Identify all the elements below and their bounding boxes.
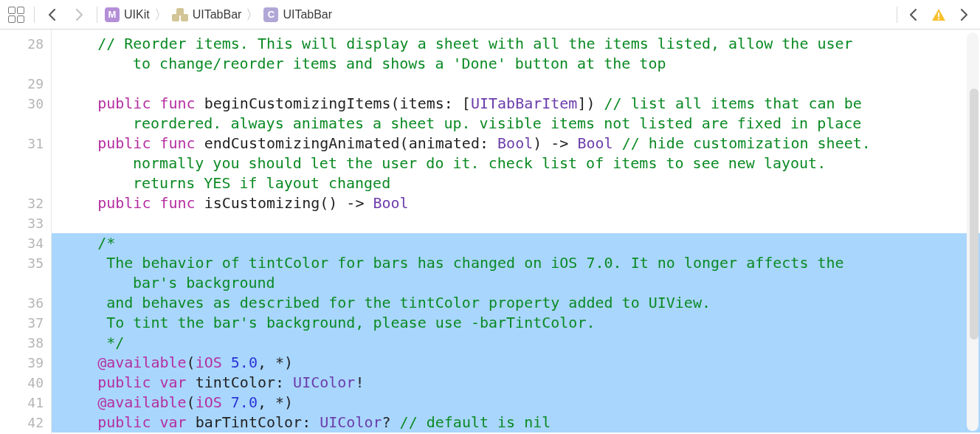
code-line[interactable]: // Reorder items. This will display a sh… (52, 34, 980, 54)
line-number: 34 (0, 233, 44, 253)
jump-bar-right (894, 4, 976, 25)
line-number: 32 (0, 193, 44, 213)
code-line[interactable]: public var barTintColor: UIColor? // def… (52, 413, 980, 433)
issue-indicator[interactable] (927, 4, 950, 25)
breadcrumb-label: UIKit (124, 8, 150, 21)
related-items-button[interactable] (4, 4, 28, 25)
line-number: 30 (0, 94, 44, 114)
jump-bar: M UIKit 〉 UITabBar 〉 C UITabBar (0, 0, 980, 30)
code-line[interactable]: public func endCustomizingAnimated(anima… (52, 134, 980, 154)
code-line[interactable]: /* (52, 233, 980, 253)
editor: 28293031323334353637383940414243 // Reor… (0, 30, 980, 434)
breadcrumb-label: UITabBar (283, 8, 332, 21)
line-number: 37 (0, 313, 44, 333)
chevron-right-icon: 〉 (243, 6, 262, 24)
breadcrumb: M UIKit 〉 UITabBar 〉 C UITabBar (103, 6, 332, 24)
line-number: 42 (0, 413, 44, 433)
related-items-icon (8, 7, 24, 23)
code-line[interactable]: and behaves as described for the tintCol… (52, 293, 980, 313)
line-number: 28 (0, 34, 44, 54)
code-line[interactable]: public func beginCustomizingItems(items:… (52, 94, 980, 114)
chevron-right-icon (73, 7, 85, 22)
svg-rect-0 (938, 13, 939, 17)
line-number: 40 (0, 373, 44, 393)
chevron-left-icon (908, 7, 919, 22)
line-number: 38 (0, 333, 44, 353)
line-number (0, 173, 44, 193)
separator (34, 7, 35, 23)
chevron-right-icon: 〉 (151, 6, 170, 24)
line-number (0, 273, 44, 293)
line-number (0, 54, 44, 74)
structure-icon (172, 8, 188, 21)
code-line[interactable]: to change/reorder items and shows a 'Don… (52, 54, 980, 74)
svg-rect-1 (938, 18, 939, 19)
line-number (0, 114, 44, 134)
line-number: 33 (0, 213, 44, 233)
separator (97, 7, 97, 23)
code-line[interactable] (52, 74, 980, 94)
separator (897, 7, 897, 23)
code-line[interactable]: returns YES if layout changed (52, 173, 980, 193)
chevron-right-icon (958, 7, 970, 22)
code-line[interactable]: The behavior of tintColor for bars has c… (52, 253, 980, 273)
code-area[interactable]: // Reorder items. This will display a sh… (52, 30, 980, 434)
line-number: 39 (0, 353, 44, 373)
code-line[interactable]: normally you should let the user do it. … (52, 154, 980, 173)
line-number: 41 (0, 393, 44, 413)
code-line[interactable] (52, 213, 980, 233)
breadcrumb-item-uikit[interactable]: M UIKit (105, 7, 150, 22)
line-number (0, 154, 44, 173)
warning-icon (931, 7, 947, 22)
line-number-gutter[interactable]: 28293031323334353637383940414243 (0, 30, 52, 434)
code-line[interactable]: reordered. always animates a sheet up. v… (52, 114, 980, 134)
code-line[interactable]: bar's background (52, 273, 980, 293)
module-icon: M (105, 7, 120, 22)
code-line[interactable]: @available(iOS 7.0, *) (52, 393, 980, 413)
class-icon: C (263, 7, 278, 22)
line-number: 35 (0, 253, 44, 273)
jump-bar-left: M UIKit 〉 UITabBar 〉 C UITabBar (4, 4, 332, 25)
issue-prev-button[interactable] (902, 4, 925, 25)
breadcrumb-item-uitabbar-file[interactable]: UITabBar (172, 8, 242, 21)
line-number: 29 (0, 74, 44, 94)
chevron-left-icon (46, 7, 58, 22)
code-line[interactable]: */ (52, 333, 980, 353)
issue-next-button[interactable] (952, 4, 976, 25)
breadcrumb-label: UITabBar (193, 8, 242, 21)
code-line[interactable]: @available(iOS 5.0, *) (52, 353, 980, 373)
code-line[interactable]: To tint the bar's background, please use… (52, 313, 980, 333)
code-line[interactable]: public func isCustomizing() -> Bool (52, 193, 980, 213)
line-number: 36 (0, 293, 44, 313)
line-number: 31 (0, 134, 44, 154)
history-back-button[interactable] (41, 4, 64, 25)
breadcrumb-item-uitabbar-class[interactable]: C UITabBar (263, 7, 332, 22)
history-forward-button[interactable] (67, 4, 91, 25)
scrollbar-thumb[interactable] (970, 89, 979, 340)
code-line[interactable]: public var tintColor: UIColor! (52, 373, 980, 393)
